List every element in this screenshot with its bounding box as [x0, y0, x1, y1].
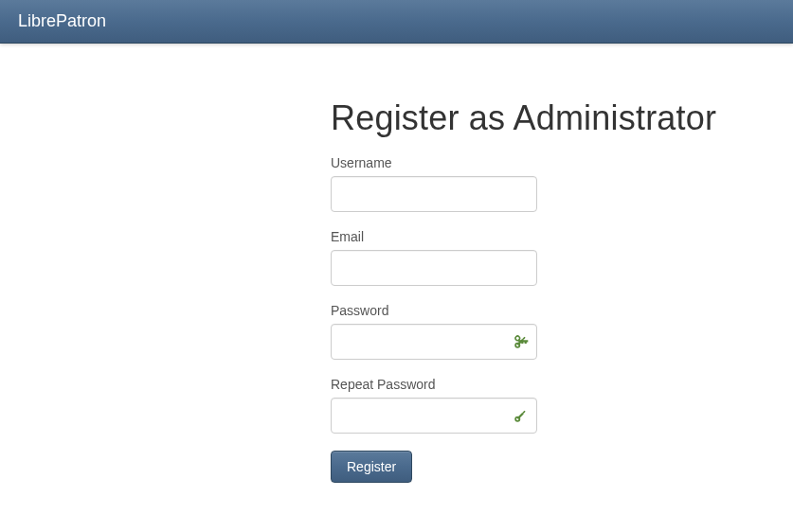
- username-label: Username: [331, 155, 793, 170]
- email-label: Email: [331, 229, 793, 244]
- form-group-username: Username: [331, 155, 793, 212]
- username-input[interactable]: [331, 176, 537, 212]
- register-button[interactable]: Register: [331, 451, 412, 483]
- repeat-password-label: Repeat Password: [331, 377, 793, 392]
- password-label: Password: [331, 303, 793, 318]
- form-group-repeat-password: Repeat Password: [331, 377, 793, 434]
- form-group-email: Email: [331, 229, 793, 286]
- password-input[interactable]: [331, 324, 537, 360]
- navbar: LibrePatron: [0, 0, 793, 44]
- navbar-brand[interactable]: LibrePatron: [14, 11, 110, 31]
- register-form: Username Email Password: [331, 155, 793, 483]
- repeat-password-input[interactable]: [331, 398, 537, 434]
- main-content: Register as Administrator Username Email…: [331, 98, 793, 483]
- form-group-password: Password: [331, 303, 793, 360]
- page-title: Register as Administrator: [331, 98, 793, 138]
- email-input[interactable]: [331, 250, 537, 286]
